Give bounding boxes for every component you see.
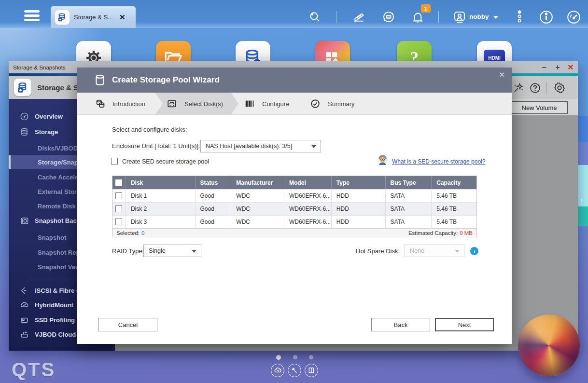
background-tasks-icon[interactable] xyxy=(351,9,367,25)
row-checkbox[interactable] xyxy=(115,192,122,199)
book-icon[interactable] xyxy=(305,364,318,377)
cell-model: WD60EFRX-6... xyxy=(284,190,332,202)
info-icon[interactable] xyxy=(538,9,554,25)
cell-capacity: 5.46 TB xyxy=(432,216,476,228)
iscsi-icon xyxy=(19,286,29,295)
window-minimize-button[interactable]: − xyxy=(538,61,550,73)
table-footer: Selected: 0 Estimated Capacity: 0 MB xyxy=(112,228,476,237)
column-header-capacity[interactable]: Capacity xyxy=(432,176,476,189)
wizard-steps: Introduction Select Disk(s) Configure Su… xyxy=(77,93,512,115)
sed-checkbox-label[interactable]: Create SED secure storage pool xyxy=(122,158,209,165)
estimated-capacity-value: 0 MB xyxy=(460,230,473,236)
sidebar-item-label: Remote Disk xyxy=(38,203,76,210)
sidebar-item-label: Snapshot Rep xyxy=(38,249,80,256)
page-dot-2[interactable] xyxy=(293,355,297,359)
camera-icon xyxy=(19,216,29,225)
column-header-status[interactable]: Status xyxy=(196,176,232,189)
qnap-swirl-logo xyxy=(518,315,580,376)
dialog-close-icon[interactable]: ✕ xyxy=(499,70,505,79)
cell-bus-type: SATA xyxy=(386,190,432,202)
storage-pool-icon xyxy=(94,74,106,86)
cell-type: HDD xyxy=(332,203,386,215)
select-all-checkbox[interactable] xyxy=(115,179,122,186)
cancel-button[interactable]: Cancel xyxy=(98,318,157,331)
sidebar-item-label: Snapshot Vau xyxy=(38,263,79,271)
row-checkbox[interactable] xyxy=(115,205,122,212)
help-icon[interactable] xyxy=(529,82,541,94)
sidebar-item-label: HybridMount xyxy=(35,301,73,309)
taskbar-tab-storage-snapshots[interactable]: Storage & S... ✕ xyxy=(51,6,136,28)
page-dot-3[interactable] xyxy=(309,355,313,359)
step-label-summary[interactable]: Summary xyxy=(328,100,355,108)
settings-gear-icon[interactable] xyxy=(553,82,566,94)
notification-badge: 1 xyxy=(421,4,431,13)
external-device-sync-icon[interactable] xyxy=(381,9,396,25)
hot-spare-select[interactable]: None xyxy=(405,245,464,257)
cell-disk: Disk 3 xyxy=(126,216,196,228)
new-volume-button[interactable]: New Volume xyxy=(511,101,568,114)
step-label-introduction[interactable]: Introduction xyxy=(112,100,145,108)
background-widget-blue xyxy=(578,116,588,142)
step-label-configure[interactable]: Configure xyxy=(262,100,289,108)
selected-indicator xyxy=(9,155,11,169)
configure-step-icon xyxy=(244,98,255,109)
storage-snapshots-app-icon xyxy=(55,10,70,25)
sidebar-item-label: Cache Accele xyxy=(38,174,78,181)
taskbar-divider xyxy=(438,11,439,23)
sidebar-item-label: SSD Profiling xyxy=(35,316,75,324)
cell-capacity: 5.46 TB xyxy=(432,203,476,215)
sidebar-item-label: Snapshot xyxy=(38,234,66,241)
cloud-shortcut-icon[interactable] xyxy=(271,364,284,377)
dashboard-gauge-icon[interactable] xyxy=(566,9,581,25)
column-header-disk[interactable]: Disk xyxy=(126,176,196,189)
window-maximize-button[interactable]: + xyxy=(552,61,563,73)
step-label-select-disks[interactable]: Select Disk(s) xyxy=(184,100,223,108)
enclosure-unit-select[interactable]: NAS Host [available disk(s): 3/5] xyxy=(200,140,321,152)
tab-title: Storage & S... xyxy=(74,14,118,21)
selected-label: Selected: xyxy=(116,230,140,236)
table-row[interactable]: Disk 3 Good WDC WD60EFRX-6... HDD SATA 5… xyxy=(112,215,476,228)
column-header-bus-type[interactable]: Bus Type xyxy=(386,176,432,189)
sed-help-link[interactable]: What is a SED secure storage pool? xyxy=(392,158,485,165)
user-menu-caret-icon[interactable] xyxy=(493,16,498,19)
back-button[interactable]: Back xyxy=(371,318,430,331)
column-header-model[interactable]: Model xyxy=(284,176,332,189)
next-button[interactable]: Next xyxy=(435,318,494,331)
hot-spare-value: None xyxy=(410,247,424,254)
user-name[interactable]: nobby xyxy=(469,13,489,20)
user-avatar-icon[interactable] xyxy=(452,9,467,25)
more-options-icon[interactable] xyxy=(512,9,527,25)
column-header-type[interactable]: Type xyxy=(332,176,386,189)
wizard-wand-icon[interactable] xyxy=(512,82,525,94)
sidebar-item-label: Snapshot Bac xyxy=(35,217,77,224)
table-row[interactable]: Disk 1 Good WDC WD60EFRX-6... HDD SATA 5… xyxy=(112,189,476,202)
introduction-step-icon xyxy=(95,98,106,109)
window-close-button[interactable]: ✕ xyxy=(565,61,576,73)
main-menu-button[interactable] xyxy=(24,10,40,22)
disks-table: Disk Status Manufacturer Model Type Bus … xyxy=(112,176,477,237)
toolbar-divider xyxy=(546,82,547,93)
cell-disk: Disk 2 xyxy=(126,203,196,215)
hammer-tool-icon[interactable] xyxy=(288,364,301,377)
sidebar-item-label: Storage/Snap xyxy=(38,159,78,166)
row-checkbox[interactable] xyxy=(115,219,122,225)
summary-step-icon xyxy=(310,98,321,109)
sidebar-item-label: iSCSI & Fibre C xyxy=(35,287,81,294)
search-icon[interactable] xyxy=(307,9,322,25)
sed-checkbox[interactable] xyxy=(111,158,118,164)
cell-capacity: 5.46 TB xyxy=(432,190,476,202)
page-dot-1-active[interactable] xyxy=(276,355,281,360)
hot-spare-info-icon[interactable]: i xyxy=(470,247,478,255)
ssd-icon xyxy=(19,315,29,325)
raid-type-select[interactable]: Single xyxy=(143,245,201,257)
tab-close-icon[interactable]: ✕ xyxy=(119,13,126,22)
column-header-manufacturer[interactable]: Manufacturer xyxy=(231,176,284,189)
storage-snapshots-app-icon xyxy=(14,79,31,96)
cell-model: WD60EFRX-6... xyxy=(284,216,332,228)
cell-disk: Disk 1 xyxy=(126,190,196,202)
raid-type-label: RAID Type: xyxy=(112,247,144,255)
cloud-mount-icon xyxy=(19,300,29,310)
cell-manufacturer: WDC xyxy=(231,190,284,202)
dialog-title: Create Storage Pool Wizard xyxy=(112,75,220,85)
table-row[interactable]: Disk 2 Good WDC WD60EFRX-6... HDD SATA 5… xyxy=(112,202,476,215)
